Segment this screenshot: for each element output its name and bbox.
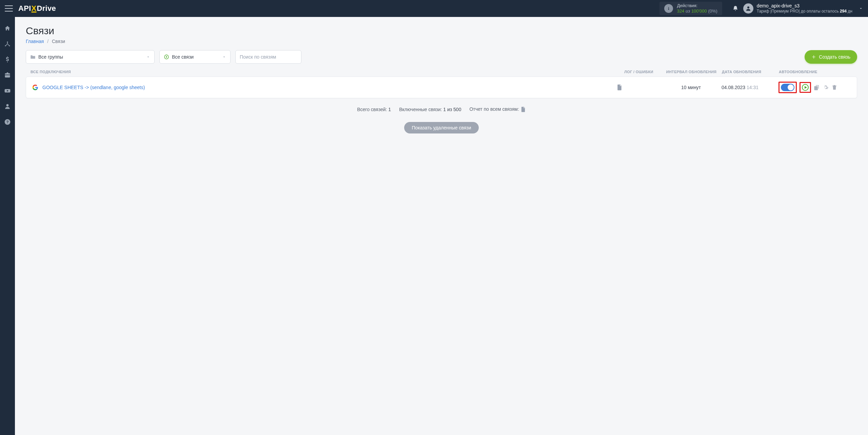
chevron-down-icon xyxy=(146,55,150,59)
sidebar-connections[interactable] xyxy=(3,39,12,49)
breadcrumb-sep: / xyxy=(47,39,48,44)
delete-button[interactable] xyxy=(831,84,837,90)
breadcrumb: Главная / Связи xyxy=(26,39,857,44)
svg-rect-1 xyxy=(668,8,669,10)
info-icon xyxy=(664,4,673,13)
show-deleted-button[interactable]: Показать удаленные связи xyxy=(404,122,478,133)
svg-point-5 xyxy=(9,45,10,46)
google-icon xyxy=(32,84,38,90)
groups-select[interactable]: Все группы xyxy=(26,50,155,64)
copy-icon xyxy=(814,84,820,90)
summary-row: Всего связей: 1 Включенные связи: 1 из 5… xyxy=(26,106,857,112)
actions-pct: (0%) xyxy=(708,8,717,14)
run-now-button[interactable] xyxy=(802,84,809,91)
chevron-down-icon xyxy=(222,55,226,59)
create-connection-button[interactable]: Создать связь xyxy=(805,50,857,64)
logo-drive: Drive xyxy=(37,4,56,13)
sidebar-profile[interactable] xyxy=(3,102,12,111)
interval-value: 10 минут xyxy=(660,85,722,90)
avatar-icon xyxy=(743,3,753,14)
folder-icon xyxy=(30,55,36,59)
logo[interactable]: APIXDrive xyxy=(18,4,56,13)
chevron-down-icon xyxy=(859,6,863,11)
user-name: demo_apix-drive_s3 xyxy=(757,3,852,9)
svg-point-4 xyxy=(5,45,6,46)
document-icon xyxy=(520,106,526,112)
top-header: APIXDrive Действия: 324 из 100'000 (0%) … xyxy=(0,0,868,17)
autoupdate-toggle[interactable] xyxy=(781,84,794,91)
sidebar-video[interactable] xyxy=(3,86,12,96)
play-circle-icon xyxy=(164,54,169,60)
tariff-text: Тариф |Премиум PRO| до оплаты осталось 2… xyxy=(757,9,852,14)
col-log-header: ЛОГ / ОШИБКИ xyxy=(617,70,661,74)
status-label: Все связи xyxy=(172,54,194,60)
report-link[interactable]: Отчет по всем связям: xyxy=(469,106,526,112)
breadcrumb-home[interactable]: Главная xyxy=(26,39,44,44)
col-auto-header: АВТООБНОВЛЕНИЕ xyxy=(776,70,852,74)
sidebar-help[interactable]: ? xyxy=(3,117,12,127)
enabled-connections: Включенные связи: 1 из 500 xyxy=(399,107,461,112)
user-menu[interactable]: demo_apix-drive_s3 Тариф |Премиум PRO| д… xyxy=(743,3,863,14)
sidebar-home[interactable] xyxy=(3,24,12,33)
col-date-header: ДАТА ОБНОВЛЕНИЯ xyxy=(722,70,776,74)
col-interval-header: ИНТЕРВАЛ ОБНОВЛЕНИЯ xyxy=(661,70,722,74)
log-button[interactable] xyxy=(616,84,660,91)
svg-point-0 xyxy=(668,7,669,8)
main-content: Связи Главная / Связи Все группы Все свя… xyxy=(15,17,868,435)
breadcrumb-current: Связи xyxy=(52,39,65,44)
actions-total: 100'000 xyxy=(691,8,707,14)
svg-text:?: ? xyxy=(6,120,9,124)
actions-iz: из xyxy=(686,8,690,14)
plus-icon xyxy=(811,55,816,59)
svg-point-2 xyxy=(747,6,749,8)
sidebar-billing[interactable] xyxy=(3,55,12,64)
menu-toggle-button[interactable] xyxy=(5,5,13,12)
gear-icon xyxy=(823,84,829,90)
actions-counter[interactable]: Действия: 324 из 100'000 (0%) xyxy=(659,2,722,16)
highlight-play xyxy=(800,82,811,93)
actions-used: 324 xyxy=(677,8,685,14)
sidebar: ? xyxy=(0,17,15,435)
connection-row: GOOGLE SHEETS -> (sendlane, google sheet… xyxy=(26,77,857,98)
svg-point-3 xyxy=(7,42,8,43)
search-input[interactable] xyxy=(235,50,301,64)
connection-name-link[interactable]: GOOGLE SHEETS -> (sendlane, google sheet… xyxy=(42,85,145,90)
actions-label: Действия: xyxy=(677,3,717,8)
document-icon xyxy=(616,84,623,91)
logo-x: X xyxy=(32,4,37,13)
create-label: Создать связь xyxy=(819,54,850,60)
status-select[interactable]: Все связи xyxy=(159,50,231,64)
trash-icon xyxy=(831,84,837,90)
col-name-header: ВСЕ ПОДКЛЮЧЕНИЯ xyxy=(31,70,617,74)
controls-row: Все группы Все связи Создать связь xyxy=(26,50,857,64)
date-value: 04.08.2023 14:31 xyxy=(722,85,776,90)
logo-api: API xyxy=(18,4,31,13)
highlight-toggle xyxy=(778,82,797,93)
sidebar-briefcase[interactable] xyxy=(3,70,12,80)
table-header: ВСЕ ПОДКЛЮЧЕНИЯ ЛОГ / ОШИБКИ ИНТЕРВАЛ ОБ… xyxy=(26,70,857,77)
notifications-button[interactable] xyxy=(732,5,738,12)
copy-button[interactable] xyxy=(814,84,820,90)
groups-label: Все группы xyxy=(38,54,63,60)
settings-button[interactable] xyxy=(823,84,829,90)
page-title: Связи xyxy=(26,25,857,37)
svg-point-7 xyxy=(6,104,9,106)
total-connections: Всего связей: 1 xyxy=(357,107,391,112)
